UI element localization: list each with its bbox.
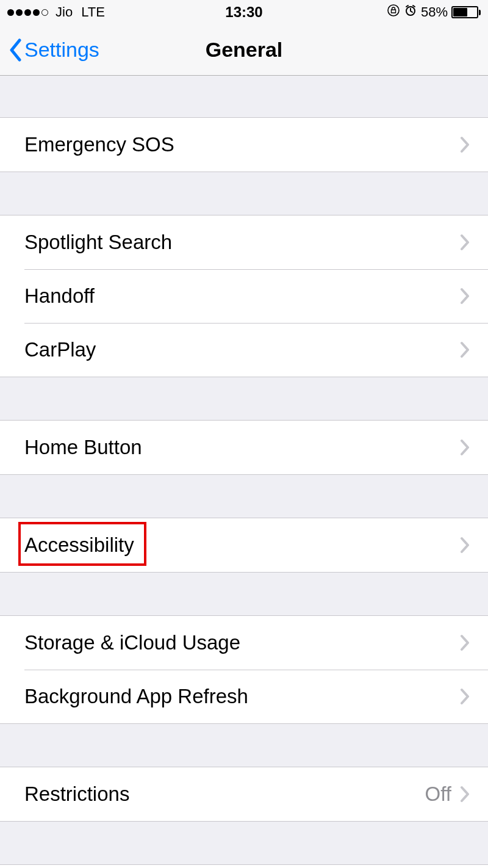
group-spacer <box>0 822 488 864</box>
settings-group: Spotlight Search Handoff CarPlay <box>0 215 488 377</box>
group-spacer <box>0 76 488 117</box>
row-label: Background App Refresh <box>24 685 460 708</box>
chevron-right-icon <box>460 234 470 251</box>
row-label: Emergency SOS <box>24 133 460 156</box>
settings-group: Home Button <box>0 420 488 475</box>
chevron-right-icon <box>460 634 470 651</box>
row-background-app-refresh[interactable]: Background App Refresh <box>0 670 488 723</box>
settings-group: Restrictions Off <box>0 767 488 822</box>
row-emergency-sos[interactable]: Emergency SOS <box>0 118 488 172</box>
row-label: Restrictions <box>24 783 425 806</box>
page-title: General <box>206 38 283 62</box>
row-accessibility[interactable]: Accessibility <box>0 518 488 572</box>
chevron-right-icon <box>460 136 470 153</box>
status-left: Jio LTE <box>7 4 105 20</box>
row-label: CarPlay <box>24 338 460 361</box>
status-time: 13:30 <box>225 4 262 21</box>
chevron-right-icon <box>460 688 470 705</box>
back-label: Settings <box>24 38 99 62</box>
row-restrictions[interactable]: Restrictions Off <box>0 767 488 821</box>
row-value: Off <box>425 783 451 806</box>
status-right: 58% <box>387 4 481 21</box>
row-date-time[interactable]: Date & Time <box>0 865 488 868</box>
row-label: Accessibility <box>24 533 460 557</box>
chevron-right-icon <box>460 288 470 305</box>
alarm-icon <box>404 4 417 21</box>
chevron-right-icon <box>460 341 470 358</box>
content: Emergency SOS Spotlight Search Handoff C… <box>0 76 488 868</box>
row-label: Spotlight Search <box>24 231 460 254</box>
signal-strength-icon <box>7 9 48 16</box>
row-spotlight-search[interactable]: Spotlight Search <box>0 215 488 269</box>
group-spacer <box>0 475 488 518</box>
row-label: Storage & iCloud Usage <box>24 631 460 654</box>
settings-group: Accessibility <box>0 518 488 573</box>
row-home-button[interactable]: Home Button <box>0 421 488 474</box>
chevron-right-icon <box>460 537 470 554</box>
nav-bar: Settings General <box>0 24 488 76</box>
battery-percent: 58% <box>421 4 448 20</box>
group-spacer <box>0 172 488 215</box>
orientation-lock-icon <box>387 4 400 21</box>
chevron-right-icon <box>460 786 470 803</box>
status-bar: Jio LTE 13:30 58% <box>0 0 488 24</box>
carrier-label: Jio <box>56 4 73 20</box>
settings-group: Emergency SOS <box>0 117 488 172</box>
chevron-right-icon <box>460 439 470 456</box>
settings-group: Date & Time <box>0 864 488 868</box>
settings-group: Storage & iCloud Usage Background App Re… <box>0 615 488 724</box>
group-spacer <box>0 377 488 420</box>
group-spacer <box>0 724 488 767</box>
row-carplay[interactable]: CarPlay <box>0 323 488 377</box>
network-label: LTE <box>81 4 105 20</box>
group-spacer <box>0 573 488 615</box>
row-handoff[interactable]: Handoff <box>0 269 488 323</box>
chevron-left-icon <box>9 38 22 62</box>
back-button[interactable]: Settings <box>9 38 99 62</box>
battery-icon <box>451 6 481 18</box>
row-storage-icloud-usage[interactable]: Storage & iCloud Usage <box>0 616 488 670</box>
svg-point-0 <box>388 5 399 16</box>
row-label: Handoff <box>24 284 460 308</box>
row-label: Home Button <box>24 436 460 459</box>
